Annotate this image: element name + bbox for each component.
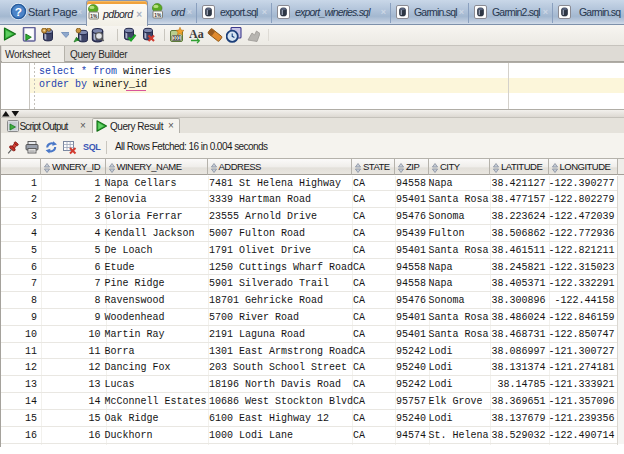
svg-text:1%: 1%: [90, 14, 98, 19]
svg-text:Aa: Aa: [189, 28, 204, 41]
svg-text:?: ?: [15, 5, 22, 19]
svg-text:101: 101: [173, 36, 181, 41]
svg-text:1%: 1%: [154, 13, 162, 18]
